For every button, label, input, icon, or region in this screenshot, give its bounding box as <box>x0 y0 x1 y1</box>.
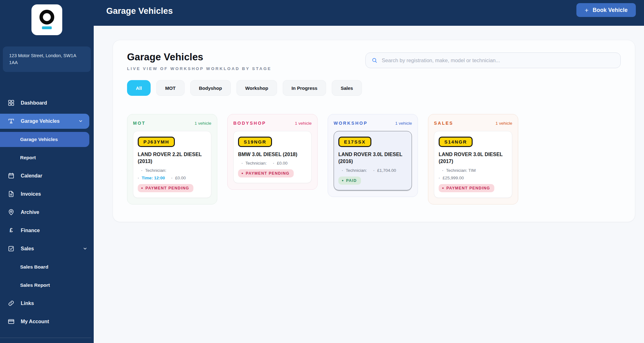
logo-bar-icon <box>42 26 52 29</box>
technician-price-row: Technician: £0.00 <box>238 161 307 166</box>
sidebar-item-report[interactable]: Report <box>0 150 94 165</box>
sidebar-item-invoices[interactable]: Invoices <box>0 187 94 202</box>
sidebar-item-sales[interactable]: Sales <box>0 241 94 256</box>
price-value: £1,704.00 <box>377 168 396 173</box>
license-plate: E17SSX <box>338 137 371 147</box>
sidebar-item-label: Sales Report <box>20 282 50 288</box>
column-workshop: WORKSHOP 1 vehicle E17SSX LAND ROVER 3.0… <box>328 114 418 197</box>
price-row: £25,999.00 <box>439 176 508 180</box>
top-header: Garage Vehicles + Book Vehicle <box>94 0 644 26</box>
bullet-icon <box>439 176 440 180</box>
map-pin-icon <box>7 209 15 216</box>
bullet-icon <box>373 168 375 173</box>
book-vehicle-button[interactable]: + Book Vehicle <box>576 3 636 17</box>
book-vehicle-label: Book Vehicle <box>593 7 628 14</box>
sidebar-nav: Dashboard Garage Vehicles Garage Vehicle… <box>0 94 94 331</box>
vehicle-lift-icon <box>7 117 15 125</box>
vehicle-title: LAND ROVER 3.0L DIESEL (2017) <box>439 151 508 165</box>
plus-icon: + <box>585 7 588 14</box>
sidebar-item-my-account[interactable]: My Account <box>0 314 94 329</box>
status-badge: PAID <box>338 177 361 185</box>
column-count: 1 vehicle <box>195 121 211 126</box>
page-title: Garage Vehicles <box>127 52 272 63</box>
bullet-icon <box>242 161 243 166</box>
vehicle-card[interactable]: PJ63YMH LAND ROVER 2.2L DIESEL (2013) Te… <box>133 131 211 198</box>
sidebar-item-garage-vehicles[interactable]: Garage Vehicles <box>0 114 89 129</box>
technician-row: Technician: TIM <box>439 168 508 173</box>
filter-mot[interactable]: MOT <box>156 80 184 96</box>
bullet-icon <box>138 176 139 180</box>
sidebar-item-label: Calendar <box>21 173 42 179</box>
license-plate: S14NGR <box>439 137 473 147</box>
sidebar-item-archive[interactable]: Archive <box>0 205 94 220</box>
chevron-down-icon <box>83 246 87 251</box>
column-mot: MOT 1 vehicle PJ63YMH LAND ROVER 2.2L DI… <box>127 114 217 204</box>
sidebar: 123 Motor Street, London, SW1A 1AA Dashb… <box>0 0 94 343</box>
vehicle-card[interactable]: S19NGR BMW 3.0L DIESEL (2018) Technician… <box>233 131 312 183</box>
invoice-icon <box>7 190 15 198</box>
filter-workshop[interactable]: Workshop <box>236 80 277 96</box>
sidebar-item-label: Links <box>21 301 34 306</box>
column-title: WORKSHOP <box>334 121 368 126</box>
sidebar-item-links[interactable]: Links <box>0 296 94 311</box>
filter-all[interactable]: All <box>127 80 151 96</box>
app-root: 123 Motor Street, London, SW1A 1AA Dashb… <box>0 0 644 343</box>
sidebar-item-label: Report <box>20 155 36 161</box>
booking-time: Time: 12:00 <box>142 176 165 180</box>
sidebar-item-label: Garage Vehicles <box>21 118 60 124</box>
logo-ring-icon <box>40 10 54 24</box>
link-icon <box>7 300 15 307</box>
column-header: SALES 1 vehicle <box>434 121 512 126</box>
technician-label: Technician: <box>145 168 167 173</box>
sidebar-item-finance[interactable]: £ Finance <box>0 223 94 238</box>
status-badge: PAYMENT PENDING <box>238 169 294 177</box>
status-badge: PAYMENT PENDING <box>439 184 494 192</box>
sidebar-item-sales-board[interactable]: Sales Board <box>0 259 94 275</box>
bullet-icon <box>171 176 173 180</box>
workload-board: MOT 1 vehicle PJ63YMH LAND ROVER 2.2L DI… <box>127 114 621 204</box>
vehicle-title: LAND ROVER 3.0L DIESEL (2016) <box>338 151 407 165</box>
search-input[interactable] <box>381 57 614 64</box>
page-subtitle: LIVE VIEW OF WORKSHOP WORKLOAD BY STAGE <box>127 66 272 71</box>
column-header: WORKSHOP 1 vehicle <box>334 121 412 126</box>
filter-bodyshop[interactable]: Bodyshop <box>190 80 231 96</box>
sidebar-item-garage-vehicles-sub[interactable]: Garage Vehicles <box>0 132 89 147</box>
main-area: Garage Vehicles + Book Vehicle Garage Ve… <box>94 0 644 343</box>
filter-sales[interactable]: Sales <box>332 80 362 96</box>
sidebar-item-label: Dashboard <box>21 100 47 106</box>
search-bar[interactable] <box>365 52 621 68</box>
sidebar-item-label: Archive <box>21 210 39 215</box>
bullet-icon <box>273 161 275 166</box>
price-value: £0.00 <box>277 161 288 166</box>
credit-card-icon <box>7 318 15 325</box>
sidebar-item-label: Garage Vehicles <box>20 137 58 142</box>
license-plate: PJ63YMH <box>138 137 175 147</box>
column-header: BODYSHOP 1 vehicle <box>233 121 312 126</box>
price-value: £25,999.00 <box>443 176 464 180</box>
column-bodyshop: BODYSHOP 1 vehicle S19NGR BMW 3.0L DIESE… <box>227 114 318 190</box>
check-square-icon <box>7 245 15 252</box>
sidebar-item-label: Sales Board <box>20 264 48 270</box>
sidebar-item-dashboard[interactable]: Dashboard <box>0 95 94 111</box>
pound-icon: £ <box>7 227 15 234</box>
chevron-down-icon <box>78 119 83 123</box>
time-price-row: Time: 12:00 £0.00 <box>138 176 207 180</box>
vehicle-card-selected[interactable]: E17SSX LAND ROVER 3.0L DIESEL (2016) Tec… <box>334 131 412 190</box>
filter-in-progress[interactable]: In Progress <box>283 80 326 96</box>
sidebar-item-label: My Account <box>21 319 49 324</box>
column-title: MOT <box>133 121 146 126</box>
sidebar-item-sales-report[interactable]: Sales Report <box>0 278 94 293</box>
company-logo <box>31 4 62 35</box>
vehicle-card[interactable]: S14NGR LAND ROVER 3.0L DIESEL (2017) Tec… <box>434 131 512 198</box>
sidebar-item-calendar[interactable]: Calendar <box>0 168 94 183</box>
search-icon <box>372 57 378 63</box>
vehicle-title: BMW 3.0L DIESEL (2018) <box>238 151 307 158</box>
header-title: Garage Vehicles <box>106 6 173 16</box>
column-header: MOT 1 vehicle <box>133 121 211 126</box>
license-plate: S19NGR <box>238 137 272 147</box>
panel-head: Garage Vehicles LIVE VIEW OF WORKSHOP WO… <box>127 52 621 71</box>
column-title: SALES <box>434 121 453 126</box>
vehicle-title: LAND ROVER 2.2L DIESEL (2013) <box>138 151 207 165</box>
garage-vehicles-panel: Garage Vehicles LIVE VIEW OF WORKSHOP WO… <box>113 40 635 222</box>
svg-text:£: £ <box>9 227 13 233</box>
